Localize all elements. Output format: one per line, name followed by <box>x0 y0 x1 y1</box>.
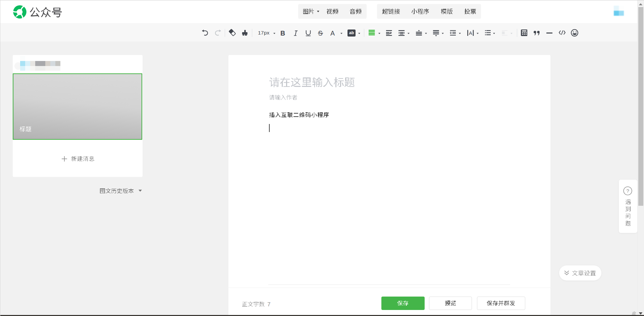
svg-text:?: ? <box>626 188 629 194</box>
svg-text:A: A <box>469 30 472 36</box>
